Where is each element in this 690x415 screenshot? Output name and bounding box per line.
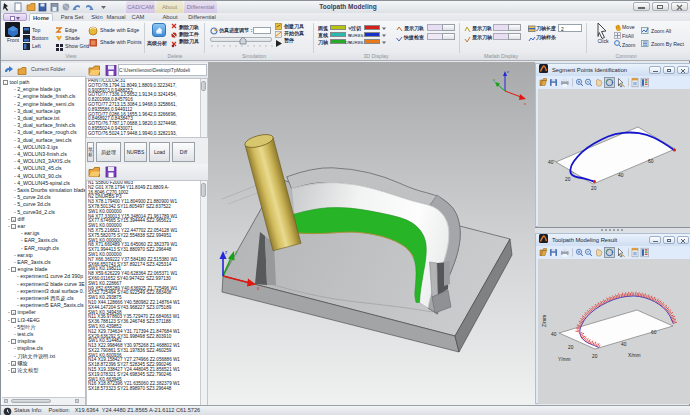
svg-text:40: 40 — [551, 332, 557, 337]
svg-text:60: 60 — [651, 330, 657, 335]
svg-text:Z/mm: Z/mm — [542, 315, 547, 327]
svg-text:20: 20 — [591, 186, 597, 191]
svg-text:z: z — [507, 69, 509, 74]
svg-text:40: 40 — [548, 160, 554, 165]
svg-text:20: 20 — [568, 345, 574, 350]
svg-text:X/mm: X/mm — [628, 353, 641, 358]
svg-text:40: 40 — [618, 173, 624, 178]
svg-text:y: y — [493, 77, 495, 82]
svg-text:x: x — [524, 101, 526, 106]
svg-text:60: 60 — [648, 159, 654, 164]
svg-text:20: 20 — [565, 177, 571, 182]
svg-text:Y/mm: Y/mm — [558, 357, 571, 362]
svg-text:40: 40 — [621, 342, 627, 347]
svg-text:20: 20 — [592, 354, 598, 359]
